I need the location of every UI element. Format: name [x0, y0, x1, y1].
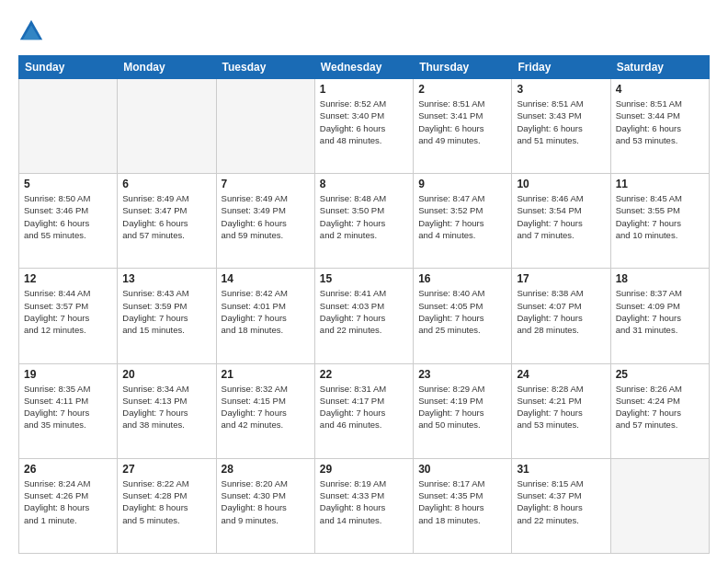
calendar-cell: 24Sunrise: 8:28 AM Sunset: 4:21 PM Dayli… — [512, 363, 610, 458]
day-number: 7 — [222, 178, 310, 190]
day-number: 25 — [616, 368, 704, 381]
calendar-cell: 5Sunrise: 8:50 AM Sunset: 3:46 PM Daylig… — [19, 174, 118, 269]
calendar-cell: 28Sunrise: 8:20 AM Sunset: 4:30 PM Dayli… — [216, 458, 314, 553]
day-number: 27 — [122, 463, 210, 476]
day-number: 10 — [517, 178, 605, 190]
weekday-header-friday: Friday — [512, 56, 610, 79]
day-info: Sunrise: 8:15 AM Sunset: 4:37 PM Dayligh… — [517, 477, 605, 526]
calendar-cell — [610, 458, 709, 553]
calendar-cell: 19Sunrise: 8:35 AM Sunset: 4:11 PM Dayli… — [19, 363, 118, 458]
day-info: Sunrise: 8:35 AM Sunset: 4:11 PM Dayligh… — [24, 383, 112, 431]
week-row-1: 1Sunrise: 8:52 AM Sunset: 3:40 PM Daylig… — [19, 79, 710, 174]
week-row-3: 12Sunrise: 8:44 AM Sunset: 3:57 PM Dayli… — [19, 269, 710, 363]
day-number: 15 — [320, 272, 408, 285]
day-number: 22 — [320, 368, 408, 381]
calendar-cell: 2Sunrise: 8:51 AM Sunset: 3:41 PM Daylig… — [414, 79, 512, 174]
calendar-cell: 9Sunrise: 8:47 AM Sunset: 3:52 PM Daylig… — [414, 174, 512, 269]
day-info: Sunrise: 8:32 AM Sunset: 4:15 PM Dayligh… — [222, 383, 310, 431]
day-number: 30 — [418, 463, 506, 476]
day-number: 14 — [222, 272, 310, 285]
day-number: 23 — [418, 368, 506, 381]
calendar-cell: 13Sunrise: 8:43 AM Sunset: 3:59 PM Dayli… — [118, 269, 216, 363]
day-info: Sunrise: 8:44 AM Sunset: 3:57 PM Dayligh… — [24, 287, 112, 336]
logo — [18, 18, 48, 44]
day-info: Sunrise: 8:41 AM Sunset: 4:03 PM Dayligh… — [320, 287, 408, 336]
day-info: Sunrise: 8:26 AM Sunset: 4:24 PM Dayligh… — [616, 383, 704, 431]
day-number: 16 — [418, 272, 506, 285]
day-info: Sunrise: 8:51 AM Sunset: 3:41 PM Dayligh… — [418, 98, 506, 146]
calendar-cell: 31Sunrise: 8:15 AM Sunset: 4:37 PM Dayli… — [512, 458, 610, 553]
day-info: Sunrise: 8:49 AM Sunset: 3:47 PM Dayligh… — [122, 192, 210, 241]
day-number: 4 — [616, 83, 704, 96]
calendar-cell: 12Sunrise: 8:44 AM Sunset: 3:57 PM Dayli… — [19, 269, 118, 363]
day-info: Sunrise: 8:52 AM Sunset: 3:40 PM Dayligh… — [320, 98, 408, 146]
calendar-cell: 7Sunrise: 8:49 AM Sunset: 3:49 PM Daylig… — [216, 174, 314, 269]
calendar-cell — [118, 79, 216, 174]
day-number: 6 — [122, 178, 210, 190]
day-info: Sunrise: 8:24 AM Sunset: 4:26 PM Dayligh… — [24, 477, 112, 526]
weekday-header-sunday: Sunday — [19, 56, 118, 79]
day-number: 13 — [122, 272, 210, 285]
day-info: Sunrise: 8:45 AM Sunset: 3:55 PM Dayligh… — [616, 192, 704, 241]
day-number: 28 — [222, 463, 310, 476]
weekday-header-row: SundayMondayTuesdayWednesdayThursdayFrid… — [19, 56, 710, 79]
day-number: 5 — [24, 178, 112, 190]
day-info: Sunrise: 8:31 AM Sunset: 4:17 PM Dayligh… — [320, 383, 408, 431]
calendar-cell: 17Sunrise: 8:38 AM Sunset: 4:07 PM Dayli… — [512, 269, 610, 363]
day-info: Sunrise: 8:34 AM Sunset: 4:13 PM Dayligh… — [122, 383, 210, 431]
calendar-cell — [216, 79, 314, 174]
day-number: 19 — [24, 368, 112, 381]
day-number: 18 — [616, 272, 704, 285]
day-info: Sunrise: 8:42 AM Sunset: 4:01 PM Dayligh… — [222, 287, 310, 336]
weekday-header-thursday: Thursday — [414, 56, 512, 79]
day-number: 3 — [517, 83, 605, 96]
calendar-cell: 6Sunrise: 8:49 AM Sunset: 3:47 PM Daylig… — [118, 174, 216, 269]
day-info: Sunrise: 8:28 AM Sunset: 4:21 PM Dayligh… — [517, 383, 605, 431]
day-number: 1 — [320, 83, 408, 96]
day-info: Sunrise: 8:48 AM Sunset: 3:50 PM Dayligh… — [320, 192, 408, 241]
calendar-cell: 16Sunrise: 8:40 AM Sunset: 4:05 PM Dayli… — [414, 269, 512, 363]
calendar-cell — [19, 79, 118, 174]
day-info: Sunrise: 8:43 AM Sunset: 3:59 PM Dayligh… — [122, 287, 210, 336]
week-row-5: 26Sunrise: 8:24 AM Sunset: 4:26 PM Dayli… — [19, 458, 710, 553]
calendar-cell: 26Sunrise: 8:24 AM Sunset: 4:26 PM Dayli… — [19, 458, 118, 553]
day-info: Sunrise: 8:22 AM Sunset: 4:28 PM Dayligh… — [122, 477, 210, 526]
day-info: Sunrise: 8:46 AM Sunset: 3:54 PM Dayligh… — [517, 192, 605, 241]
calendar-cell: 18Sunrise: 8:37 AM Sunset: 4:09 PM Dayli… — [610, 269, 709, 363]
day-info: Sunrise: 8:20 AM Sunset: 4:30 PM Dayligh… — [222, 477, 310, 526]
weekday-header-tuesday: Tuesday — [216, 56, 314, 79]
calendar-cell: 11Sunrise: 8:45 AM Sunset: 3:55 PM Dayli… — [610, 174, 709, 269]
calendar-cell: 23Sunrise: 8:29 AM Sunset: 4:19 PM Dayli… — [414, 363, 512, 458]
calendar-cell: 21Sunrise: 8:32 AM Sunset: 4:15 PM Dayli… — [216, 363, 314, 458]
day-number: 24 — [517, 368, 605, 381]
day-info: Sunrise: 8:38 AM Sunset: 4:07 PM Dayligh… — [517, 287, 605, 336]
calendar-cell: 1Sunrise: 8:52 AM Sunset: 3:40 PM Daylig… — [314, 79, 413, 174]
day-info: Sunrise: 8:29 AM Sunset: 4:19 PM Dayligh… — [418, 383, 506, 431]
weekday-header-wednesday: Wednesday — [314, 56, 413, 79]
page: SundayMondayTuesdayWednesdayThursdayFrid… — [0, 0, 728, 563]
day-number: 9 — [418, 178, 506, 190]
day-number: 11 — [616, 178, 704, 190]
header — [18, 18, 710, 44]
calendar-cell: 15Sunrise: 8:41 AM Sunset: 4:03 PM Dayli… — [314, 269, 413, 363]
day-info: Sunrise: 8:19 AM Sunset: 4:33 PM Dayligh… — [320, 477, 408, 526]
day-info: Sunrise: 8:49 AM Sunset: 3:49 PM Dayligh… — [222, 192, 310, 241]
day-info: Sunrise: 8:50 AM Sunset: 3:46 PM Dayligh… — [24, 192, 112, 241]
calendar-cell: 22Sunrise: 8:31 AM Sunset: 4:17 PM Dayli… — [314, 363, 413, 458]
day-number: 31 — [517, 463, 605, 476]
calendar-cell: 3Sunrise: 8:51 AM Sunset: 3:43 PM Daylig… — [512, 79, 610, 174]
calendar-table: SundayMondayTuesdayWednesdayThursdayFrid… — [18, 55, 710, 554]
calendar-cell: 27Sunrise: 8:22 AM Sunset: 4:28 PM Dayli… — [118, 458, 216, 553]
day-number: 12 — [24, 272, 112, 285]
day-number: 17 — [517, 272, 605, 285]
week-row-4: 19Sunrise: 8:35 AM Sunset: 4:11 PM Dayli… — [19, 363, 710, 458]
day-number: 29 — [320, 463, 408, 476]
calendar-cell: 20Sunrise: 8:34 AM Sunset: 4:13 PM Dayli… — [118, 363, 216, 458]
day-info: Sunrise: 8:17 AM Sunset: 4:35 PM Dayligh… — [418, 477, 506, 526]
week-row-2: 5Sunrise: 8:50 AM Sunset: 3:46 PM Daylig… — [19, 174, 710, 269]
day-info: Sunrise: 8:47 AM Sunset: 3:52 PM Dayligh… — [418, 192, 506, 241]
day-info: Sunrise: 8:40 AM Sunset: 4:05 PM Dayligh… — [418, 287, 506, 336]
day-info: Sunrise: 8:51 AM Sunset: 3:44 PM Dayligh… — [616, 98, 704, 146]
calendar-cell: 25Sunrise: 8:26 AM Sunset: 4:24 PM Dayli… — [610, 363, 709, 458]
weekday-header-saturday: Saturday — [610, 56, 709, 79]
